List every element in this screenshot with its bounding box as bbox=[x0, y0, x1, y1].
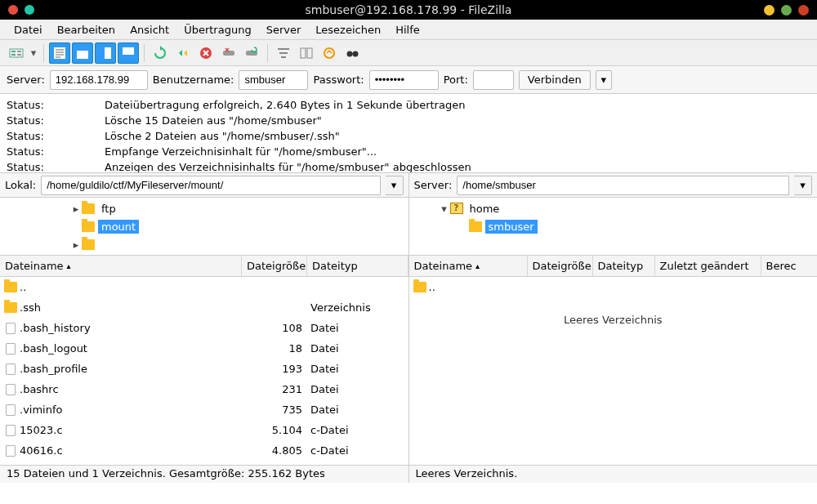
status-bar: 15 Dateien und 1 Verzeichnis. Gesamtgröß… bbox=[0, 465, 817, 483]
menu-ansicht[interactable]: Ansicht bbox=[123, 21, 176, 38]
file-name: .bash_profile bbox=[18, 363, 242, 375]
port-input[interactable] bbox=[473, 70, 514, 90]
file-type: c-Datei bbox=[307, 424, 404, 436]
expand-icon[interactable]: ▸ bbox=[70, 203, 82, 215]
process-queue-icon[interactable] bbox=[172, 42, 194, 64]
col-type[interactable]: Dateityp bbox=[307, 256, 408, 276]
compare-icon[interactable] bbox=[296, 42, 317, 64]
folder-icon bbox=[469, 221, 482, 232]
col-type[interactable]: Dateityp bbox=[593, 256, 655, 276]
file-type: Datei bbox=[307, 342, 404, 355]
server-label: Server: bbox=[7, 74, 45, 86]
local-list-header: Dateiname▴ Dateigröße Dateityp bbox=[0, 256, 408, 277]
toggle-log-icon[interactable] bbox=[49, 42, 70, 64]
list-item[interactable]: .viminfo735Datei bbox=[0, 399, 408, 420]
server-input[interactable] bbox=[50, 70, 148, 90]
tree-panes: Lokal: ▾ ▸ftp mount ▸ Server: ▾ ▾?home s… bbox=[0, 173, 817, 256]
svg-rect-15 bbox=[123, 55, 134, 59]
remote-path-dropdown[interactable]: ▾ bbox=[794, 176, 812, 195]
file-size: 231 bbox=[242, 383, 307, 395]
menu-uebertragung[interactable]: Übertragung bbox=[176, 21, 259, 38]
minimize-icon[interactable] bbox=[764, 5, 775, 16]
menubar: Datei Bearbeiten Ansicht Übertragung Ser… bbox=[0, 20, 817, 40]
local-status: 15 Dateien und 1 Verzeichnis. Gesamtgröß… bbox=[0, 466, 409, 483]
menu-lesezeichen[interactable]: Lesezeichen bbox=[308, 21, 388, 38]
folder-icon bbox=[4, 302, 17, 313]
reconnect-icon[interactable] bbox=[241, 42, 262, 64]
log-label: Status: bbox=[7, 144, 105, 159]
password-label: Passwort: bbox=[313, 74, 364, 86]
file-size: 108 bbox=[242, 322, 307, 334]
filter-icon[interactable] bbox=[273, 42, 294, 64]
list-item[interactable]: .bash_history108Datei bbox=[0, 318, 408, 338]
tree-node-home[interactable]: ▾?home bbox=[409, 199, 818, 217]
list-item[interactable]: .. bbox=[0, 277, 408, 297]
folder-icon bbox=[82, 239, 95, 250]
local-path-input[interactable] bbox=[41, 176, 380, 195]
list-item[interactable]: .bash_logout18Datei bbox=[0, 338, 408, 359]
disconnect-icon[interactable] bbox=[218, 42, 239, 64]
file-lists: Dateiname▴ Dateigröße Dateityp ...sshVer… bbox=[0, 256, 817, 465]
list-item[interactable]: .bashrc231Datei bbox=[0, 379, 408, 399]
local-list-body[interactable]: ...sshVerzeichnis.bash_history108Datei.b… bbox=[0, 277, 408, 465]
tree-node-mount[interactable]: mount bbox=[0, 217, 408, 235]
svg-rect-0 bbox=[10, 49, 23, 57]
site-manager-icon[interactable] bbox=[6, 42, 27, 64]
maximize-icon[interactable] bbox=[781, 5, 792, 16]
log-message: Lösche 2 Dateien aus "/home/smbuser/.ssh… bbox=[105, 128, 340, 144]
tree-node-smbuser[interactable]: smbuser bbox=[409, 217, 818, 235]
list-item[interactable]: 15023.c5.104c-Datei bbox=[0, 420, 408, 440]
menu-hilfe[interactable]: Hilfe bbox=[388, 21, 427, 38]
file-size: 4.805 bbox=[242, 444, 307, 457]
site-manager-dropdown[interactable]: ▾ bbox=[28, 47, 39, 59]
toggle-remote-tree-icon[interactable] bbox=[95, 42, 116, 64]
file-name: .. bbox=[18, 281, 242, 293]
list-item[interactable]: 40616.c4.805c-Datei bbox=[0, 440, 408, 461]
remote-list-body[interactable]: ..Leeres Verzeichnis bbox=[409, 277, 818, 465]
log-message: Lösche 15 Dateien aus "/home/smbuser" bbox=[105, 113, 322, 128]
search-icon[interactable] bbox=[342, 42, 363, 64]
col-name[interactable]: Dateiname▴ bbox=[0, 256, 242, 276]
list-item[interactable]: .. bbox=[409, 277, 818, 297]
remote-path-bar: Server: ▾ bbox=[409, 173, 818, 198]
toggle-queue-icon[interactable] bbox=[118, 42, 139, 64]
col-size[interactable]: Dateigröße bbox=[242, 256, 307, 276]
svg-rect-11 bbox=[77, 47, 88, 51]
refresh-icon[interactable] bbox=[150, 42, 171, 64]
collapse-icon[interactable]: ▾ bbox=[439, 203, 450, 215]
menu-datei[interactable]: Datei bbox=[7, 21, 50, 38]
svg-rect-3 bbox=[17, 51, 21, 52]
message-log[interactable]: Status:Dateiübertragung erfolgreich, 2.6… bbox=[0, 94, 817, 173]
connect-button[interactable]: Verbinden bbox=[519, 70, 591, 90]
remote-path-input[interactable] bbox=[457, 176, 789, 195]
menu-server[interactable]: Server bbox=[259, 21, 309, 38]
menu-bearbeiten[interactable]: Bearbeiten bbox=[50, 21, 123, 38]
password-input[interactable] bbox=[369, 70, 439, 90]
col-name[interactable]: Dateiname▴ bbox=[409, 256, 528, 276]
expand-icon[interactable]: ▸ bbox=[70, 239, 82, 251]
list-item[interactable]: .sshVerzeichnis bbox=[0, 297, 408, 318]
connect-dropdown[interactable]: ▾ bbox=[596, 70, 612, 90]
local-tree[interactable]: ▸ftp mount ▸ bbox=[0, 198, 408, 255]
file-size: 5.104 bbox=[242, 424, 307, 436]
remote-tree[interactable]: ▾?home smbuser bbox=[409, 198, 818, 255]
file-icon bbox=[6, 364, 16, 375]
user-input[interactable] bbox=[239, 70, 308, 90]
local-path-dropdown[interactable]: ▾ bbox=[386, 176, 404, 195]
tree-node-extra[interactable]: ▸ bbox=[0, 235, 408, 253]
file-icon bbox=[6, 425, 16, 436]
col-modified[interactable]: Zuletzt geändert bbox=[655, 256, 761, 276]
port-label: Port: bbox=[444, 74, 468, 86]
tree-node-ftp[interactable]: ▸ftp bbox=[0, 199, 408, 217]
toggle-local-tree-icon[interactable] bbox=[72, 42, 93, 64]
col-size[interactable]: Dateigröße bbox=[528, 256, 593, 276]
remote-path-label: Server: bbox=[414, 179, 453, 191]
file-name: .ssh bbox=[18, 301, 242, 314]
toolbar: ▾ bbox=[0, 40, 817, 66]
list-item[interactable]: .bash_profile193Datei bbox=[0, 359, 408, 379]
col-perm[interactable]: Berec bbox=[761, 256, 818, 276]
folder-icon bbox=[82, 203, 95, 214]
sync-browse-icon[interactable] bbox=[319, 42, 340, 64]
cancel-icon[interactable] bbox=[195, 42, 217, 64]
close-icon[interactable] bbox=[798, 5, 809, 16]
